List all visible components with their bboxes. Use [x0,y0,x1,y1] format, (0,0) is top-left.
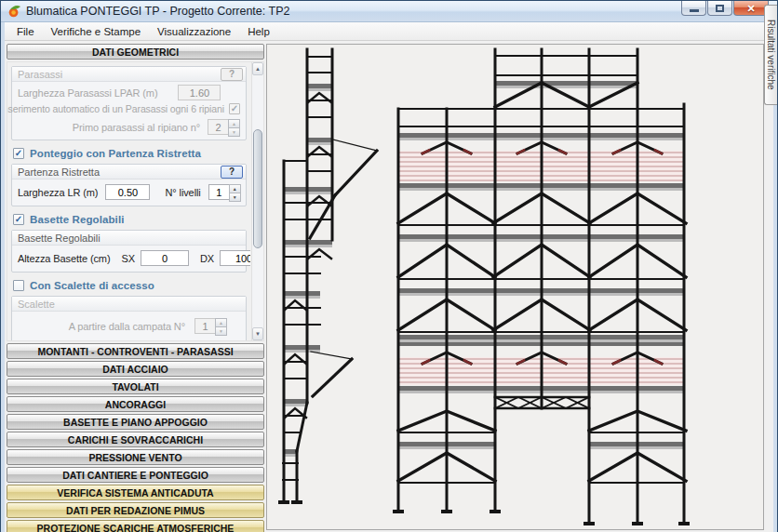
window-title: Blumatica PONTEGGI TP - Progetto Corrent… [26,5,289,18]
scroll-down-button[interactable]: ▼ [252,327,263,340]
section-header-montanti[interactable]: MONTANTI - CONTROVENTI - PARASASSI [7,343,264,359]
scroll-up-button[interactable]: ▲ [252,62,263,75]
check-icon: ✓ [231,104,238,113]
section-header-dati-cantiere[interactable]: DATI CANTIERE E PONTEGGIO [7,467,264,483]
section-header-dati-pimus[interactable]: DATI PER REDAZIONE PIMUS [7,502,264,518]
app-logo-icon [7,5,21,19]
dati-geometrici-scroll-area: Parasassi ? Larghezza Parasassi LPAR (m)… [7,61,264,341]
n-livelli-label: N° livelli [165,187,200,198]
tab-risultati-verifiche[interactable]: Risultati verifiche [764,5,777,105]
auto-parasassi-label: Inserimento automatico di un Parasassi o… [7,103,224,114]
section-header-protezione-scariche[interactable]: PROTEZIONE SCARICHE ATMOSFERICHE [7,520,264,532]
group-scalette: Scalette A partire dalla campata N° ▲ ▼ [11,296,247,340]
larghezza-parasassi-input [178,85,221,100]
check-icon: ✓ [15,149,22,158]
minimize-icon [690,9,699,12]
altezza-dx-input[interactable] [220,250,250,266]
menu-file[interactable]: File [8,24,43,39]
group-partenza-label: Partenza Ristretta [18,166,100,178]
partenza-help-button[interactable]: ? [221,166,243,179]
altezza-sx-input[interactable] [141,250,189,266]
checkbox-con-scalette[interactable]: ✓ Con Scalette di accesso [9,276,248,294]
group-scalette-label: Scalette [18,299,55,310]
larghezza-parasassi-label: Larghezza Parasassi LPAR (m) [18,87,157,99]
partenza-checkbox-label: Ponteggio con Partenza Ristretta [30,148,201,159]
spinner-up-icon: ▲ [215,318,227,327]
group-basette-regolabili: Basette Regolabili Altezza Basette (cm) … [11,230,247,273]
check-icon: ✓ [15,215,22,224]
section-header-dati-acciaio[interactable]: DATI ACCIAIO [7,361,264,377]
altezza-basette-label: Altezza Basette (cm) [18,253,110,264]
campata-value [194,318,215,334]
group-parasassi-label: Parasassi [18,69,62,80]
spinner-down-icon: ▼ [228,128,240,137]
partenza-checkbox[interactable]: ✓ [13,148,24,159]
section-header-carichi[interactable]: CARICHI E SOVRACCARICHI [7,432,264,447]
menu-bar: File Verifiche e Stampe Visualizzazione … [5,22,773,41]
menu-verifiche-e-stampe[interactable]: Verifiche e Stampe [43,24,150,39]
sx-label: SX [121,253,134,264]
minimize-button[interactable] [681,1,706,16]
spinner-down-icon[interactable]: ▼ [229,193,241,202]
auto-parasassi-checkbox: ✓ [229,103,240,114]
scroll-thumb[interactable] [253,129,262,248]
scalette-checkbox[interactable]: ✓ [13,280,24,291]
maximize-icon [716,5,724,12]
spinner-down-icon: ▼ [215,327,227,336]
dx-label: DX [200,253,214,264]
scroll-up-icon: ▲ [255,66,261,72]
group-parasassi: Parasassi ? Larghezza Parasassi LPAR (m)… [11,66,247,140]
section-header-basette-piano-appoggio[interactable]: BASETTE E PIANO APPOGGIO [7,414,264,430]
group-partenza-ristretta: Partenza Ristretta ? Larghezza LR (m) N°… [11,164,247,206]
basette-checkbox[interactable]: ✓ [13,214,24,225]
menu-help[interactable]: Help [239,24,278,39]
primo-parasassi-spinner: ▲ ▼ [208,119,240,135]
scalette-checkbox-label: Con Scalette di accesso [30,280,154,291]
spinner-up-icon[interactable]: ▲ [229,184,241,193]
panel-scrollbar[interactable]: ▲ ▼ [251,62,263,340]
close-icon: ✕ [746,2,755,15]
section-header-verifica-anticaduta[interactable]: VERIFICA SISTEMA ANTICADUTA [7,485,264,500]
campata-spinner: ▲ ▼ [194,318,227,334]
parasassi-help-button: ? [221,68,243,81]
primo-parasassi-value [208,119,228,135]
maximize-button[interactable] [707,1,732,16]
larghezza-lr-input[interactable] [105,184,150,200]
app-window: Blumatica PONTEGGI TP - Progetto Corrent… [0,0,778,532]
basette-checkbox-label: Basette Regolabili [30,214,125,225]
scroll-down-icon: ▼ [255,331,261,337]
left-panel: DATI GEOMETRICI Parasassi ? Larghezza Pa… [7,43,264,532]
section-header-ancoraggi[interactable]: ANCORAGGI [7,396,264,412]
section-header-pressione-vento[interactable]: PRESSIONE VENTO [7,449,264,465]
primo-parasassi-label: Primo parasassi al ripiano n° [73,122,200,133]
menu-visualizzazione[interactable]: Visualizzazione [149,24,239,39]
client-area: DATI GEOMETRICI Parasassi ? Larghezza Pa… [5,42,773,532]
n-livelli-value[interactable] [208,184,229,200]
checkbox-partenza-ristretta[interactable]: ✓ Ponteggio con Partenza Ristretta [9,144,248,162]
campata-label: A partire dalla campata N° [69,321,185,332]
larghezza-lr-label: Larghezza LR (m) [18,187,98,198]
titlebar: Blumatica PONTEGGI TP - Progetto Corrent… [1,1,777,22]
n-livelli-spinner[interactable]: ▲ ▼ [208,184,241,200]
spinner-up-icon: ▲ [228,119,240,128]
scaffold-drawing [267,45,763,529]
section-header-dati-geometrici[interactable]: DATI GEOMETRICI [7,44,264,60]
drawing-canvas[interactable] [266,44,764,530]
checkbox-basette-regolabili[interactable]: ✓ Basette Regolabili [9,210,248,228]
section-header-tavolati[interactable]: TAVOLATI [7,379,264,394]
group-basette-label: Basette Regolabili [18,233,101,244]
